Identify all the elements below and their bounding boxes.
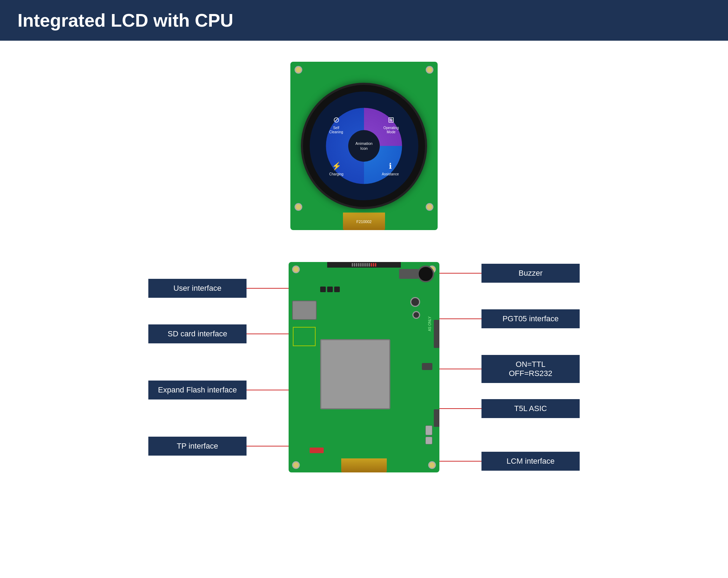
- usb-connector: [399, 269, 418, 279]
- user-interface-line: [247, 288, 289, 289]
- operating-mode-label: OperatingMode: [383, 126, 399, 134]
- lcm-interface-row: LCM interface: [439, 452, 580, 471]
- pin: [356, 263, 357, 267]
- capacitor: [425, 425, 432, 435]
- buzzer-line: [439, 273, 481, 274]
- capacitor: [425, 437, 432, 444]
- user-interface-row: User interface: [148, 279, 289, 298]
- self-cleaning-icon: ⊘: [333, 115, 339, 125]
- self-cleaning-label: SelfCleaning: [329, 126, 343, 134]
- right-labels: Buzzer PGT05 interface ON=TTLOFF=RS232 T…: [439, 258, 580, 476]
- pgt05-line: [439, 318, 481, 319]
- inductor-2: [412, 311, 420, 319]
- charging-label: Charging: [329, 172, 344, 176]
- assistance-icon: ℹ: [389, 162, 392, 171]
- animation-icon-center: AnimationIcon: [348, 130, 380, 162]
- sd-card-row: SD card interface: [148, 324, 289, 343]
- animation-icon-label: AnimationIcon: [356, 141, 373, 151]
- inductor-1: [410, 297, 420, 307]
- pcb-board-wrapper: AS ONLY: [289, 262, 439, 472]
- small-chips: [320, 287, 340, 292]
- pin: [352, 263, 353, 267]
- expand-flash-row: Expand Flash interface: [148, 381, 289, 399]
- t5l-asic-label: T5L ASIC: [481, 399, 580, 418]
- pin: [354, 263, 355, 267]
- t5l-asic-row: T5L ASIC: [439, 399, 580, 418]
- main-content: F210002 ⊘ SelfCleaning ⊞: [0, 62, 728, 476]
- tp-interface-line: [247, 446, 289, 446]
- bottom-screw-tl: [292, 266, 300, 273]
- pin: [371, 263, 372, 267]
- pin: [369, 263, 370, 267]
- pin: [358, 263, 359, 267]
- charging-icon: ⚡: [332, 162, 341, 171]
- user-interface-label: User interface: [148, 279, 247, 298]
- chip: [327, 287, 333, 292]
- page-title: Integrated LCD with CPU: [18, 10, 710, 31]
- expand-flash-label: Expand Flash interface: [148, 381, 247, 399]
- pin: [366, 263, 368, 267]
- pcb-board-top: F210002 ⊘ SelfCleaning ⊞: [290, 62, 438, 230]
- pin: [375, 263, 376, 267]
- sd-card-slot: [292, 301, 317, 320]
- expand-flash-line: [247, 390, 289, 390]
- petal-container: ⊘ SelfCleaning ⊞ OperatingMode ⚡ Chargin…: [310, 92, 418, 200]
- corner-screw-tl: [295, 66, 302, 74]
- lcd-display-section: F210002 ⊘ SelfCleaning ⊞: [290, 62, 438, 230]
- circular-lcd: ⊘ SelfCleaning ⊞ OperatingMode ⚡ Chargin…: [301, 83, 427, 209]
- top-connector: [327, 262, 401, 268]
- lcm-connector: [434, 409, 439, 427]
- tp-connector-component: [310, 448, 324, 453]
- pin: [373, 263, 374, 267]
- pcb-board-bottom: AS ONLY: [289, 262, 439, 472]
- pgt05-connector: [434, 320, 439, 348]
- fpc-connector: F210002: [343, 213, 385, 230]
- sd-card-line: [247, 334, 289, 334]
- pcb-text-rhs: AS ONLY: [428, 316, 432, 331]
- petal-tr-content: ⊞ OperatingMode: [383, 115, 399, 134]
- bottom-screw-bl: [292, 461, 300, 469]
- left-labels: User interface SD card interface Expand …: [148, 273, 289, 461]
- petal-tl-content: ⊘ SelfCleaning: [329, 115, 343, 134]
- sd-card-label: SD card interface: [148, 324, 247, 343]
- tp-interface-label: TP interface: [148, 437, 247, 456]
- operating-mode-icon: ⊞: [388, 115, 394, 125]
- corner-screw-tr: [426, 66, 433, 74]
- fpc-bottom-connector: [341, 458, 387, 472]
- ttl-rs232-row: ON=TTLOFF=RS232: [439, 355, 580, 383]
- capacitor-group: [425, 425, 432, 444]
- pgt05-row: PGT05 interface: [439, 309, 580, 328]
- ttl-rs232-label: ON=TTLOFF=RS232: [481, 355, 580, 383]
- pin: [360, 263, 362, 267]
- ttl-rs232-switch: [422, 363, 432, 370]
- buzzer-row: Buzzer: [439, 264, 580, 283]
- buzzer-component: [417, 266, 434, 282]
- lcm-interface-line: [439, 461, 481, 462]
- pin: [364, 263, 366, 267]
- petal-br-content: ℹ Assistance: [382, 162, 399, 176]
- pcb-labels-section: User interface SD card interface Expand …: [48, 258, 680, 476]
- fpc-label: F210002: [356, 220, 371, 224]
- pgt05-label: PGT05 interface: [481, 309, 580, 328]
- expand-flash-component: [293, 327, 316, 346]
- ttl-rs232-line: [439, 369, 481, 369]
- t5l-asic-line: [439, 408, 481, 409]
- lcd-inner: ⊘ SelfCleaning ⊞ OperatingMode ⚡ Chargin…: [310, 92, 418, 200]
- bottom-screw-br: [428, 461, 436, 469]
- petal-bl-content: ⚡ Charging: [329, 162, 344, 176]
- assistance-label: Assistance: [382, 172, 399, 176]
- buzzer-label: Buzzer: [481, 264, 580, 283]
- pin: [362, 263, 364, 267]
- corner-screw-br: [426, 203, 433, 211]
- tp-interface-row: TP interface: [148, 437, 289, 456]
- page-header: Integrated LCD with CPU: [0, 0, 728, 41]
- chip: [334, 287, 340, 292]
- t5l-asic-chip: [320, 339, 390, 409]
- lcm-interface-label: LCM interface: [481, 452, 580, 471]
- corner-screw-bl: [295, 203, 302, 211]
- chip: [320, 287, 326, 292]
